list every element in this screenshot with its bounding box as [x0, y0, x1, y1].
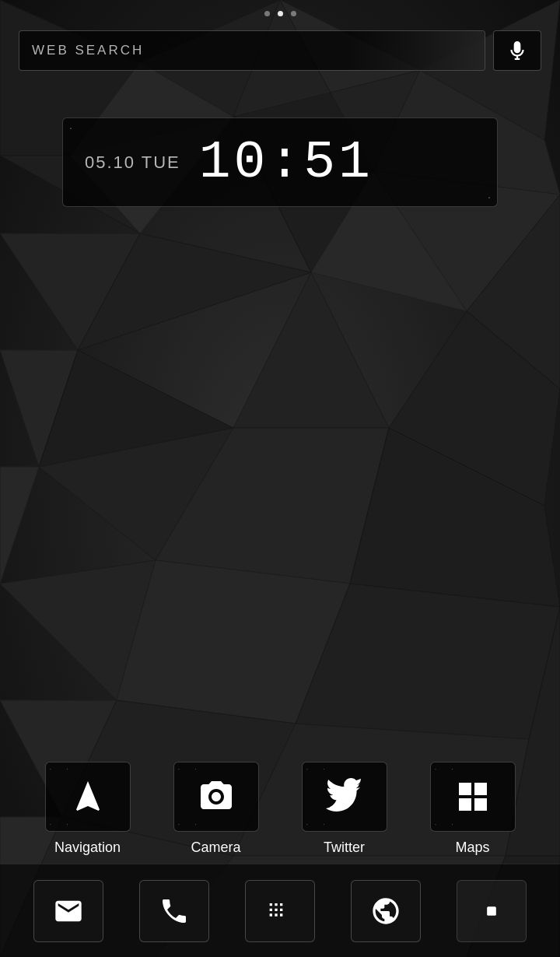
- app-maps[interactable]: Maps: [430, 762, 516, 856]
- globe-icon: [370, 896, 401, 927]
- grid4-icon: [454, 778, 492, 815]
- search-label: WEB SEARCH: [32, 43, 144, 58]
- mic-icon: [507, 40, 527, 61]
- arrow-icon: [69, 778, 107, 815]
- app-label-maps: Maps: [455, 840, 489, 856]
- app-icon-maps: [430, 762, 516, 832]
- dock-phone[interactable]: [139, 880, 209, 942]
- phone-icon: [159, 896, 190, 927]
- app-label-navigation: Navigation: [54, 840, 121, 856]
- mic-button[interactable]: [493, 30, 541, 71]
- search-bar[interactable]: WEB SEARCH: [19, 30, 485, 71]
- clock-date: 05.10 TUE: [85, 152, 180, 173]
- camera-icon: [198, 778, 235, 815]
- dock-bar: [0, 864, 560, 957]
- svg-rect-36: [487, 906, 496, 916]
- app-icon-navigation: [45, 762, 131, 832]
- clock-widget: 05.10 TUE 10:51: [62, 117, 498, 207]
- app-icon-camera: [173, 762, 259, 832]
- square-icon: [484, 903, 499, 919]
- search-row: WEB SEARCH: [0, 16, 560, 71]
- page-dot-2[interactable]: [278, 11, 283, 16]
- apps-row: Navigation Camera Twitter: [16, 762, 544, 856]
- app-icon-twitter: [302, 762, 387, 832]
- clock-time: 10:51: [199, 132, 373, 192]
- dock-dot[interactable]: [457, 880, 527, 942]
- page-dot-3[interactable]: [291, 11, 296, 16]
- page-dot-1[interactable]: [264, 11, 270, 16]
- app-navigation[interactable]: Navigation: [45, 762, 131, 856]
- envelope-icon: [53, 896, 84, 927]
- app-camera[interactable]: Camera: [173, 762, 259, 856]
- dock-email[interactable]: [33, 880, 103, 942]
- apps-area: Navigation Camera Twitter: [0, 762, 560, 856]
- app-label-camera: Camera: [191, 840, 240, 856]
- twitter-icon: [326, 778, 363, 815]
- dock-browser[interactable]: [351, 880, 421, 942]
- grid9-icon: [264, 896, 296, 927]
- page-dots: [0, 0, 560, 16]
- app-label-twitter: Twitter: [324, 840, 365, 856]
- dock-apps-drawer[interactable]: [245, 880, 315, 942]
- app-twitter[interactable]: Twitter: [302, 762, 387, 856]
